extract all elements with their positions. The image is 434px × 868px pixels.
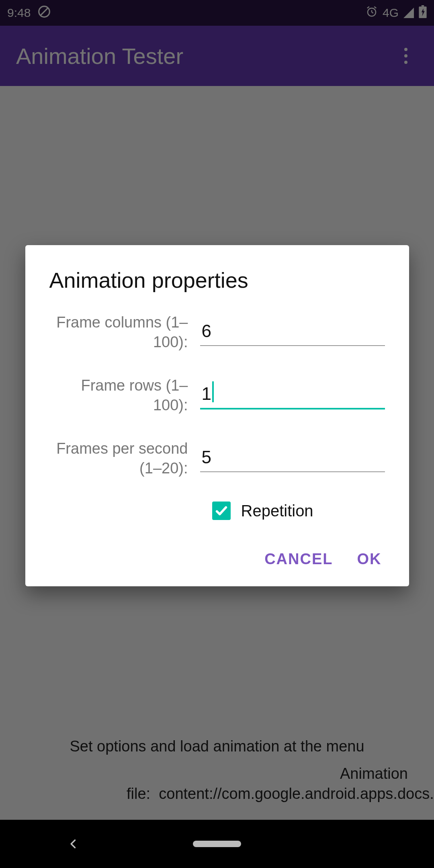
frame-rows-input[interactable] [200,381,385,409]
repetition-row[interactable]: Repetition [49,502,385,520]
fps-input[interactable] [200,445,385,472]
frame-rows-row: Frame rows (1–100): [49,376,385,416]
modal-scrim[interactable]: Animation properties Frame columns (1–10… [0,0,434,820]
dialog-title: Animation properties [49,268,385,293]
cancel-button[interactable]: Cancel [264,551,333,568]
fps-row: Frames per second (1–20): [49,439,385,479]
home-pill[interactable] [193,841,241,847]
animation-properties-dialog: Animation properties Frame columns (1–10… [25,245,409,586]
repetition-checkbox[interactable] [212,502,231,520]
frame-columns-input[interactable] [200,319,385,346]
ok-button[interactable]: OK [357,551,382,568]
dialog-actions: Cancel OK [49,542,385,576]
frame-rows-label: Frame rows (1–100): [49,376,200,416]
repetition-label: Repetition [241,502,313,520]
system-nav-bar [0,820,434,868]
frame-columns-row: Frame columns (1–100): [49,313,385,352]
back-icon[interactable] [45,835,102,853]
text-cursor [212,381,214,402]
fps-label: Frames per second (1–20): [49,439,200,479]
frame-columns-label: Frame columns (1–100): [49,313,200,352]
